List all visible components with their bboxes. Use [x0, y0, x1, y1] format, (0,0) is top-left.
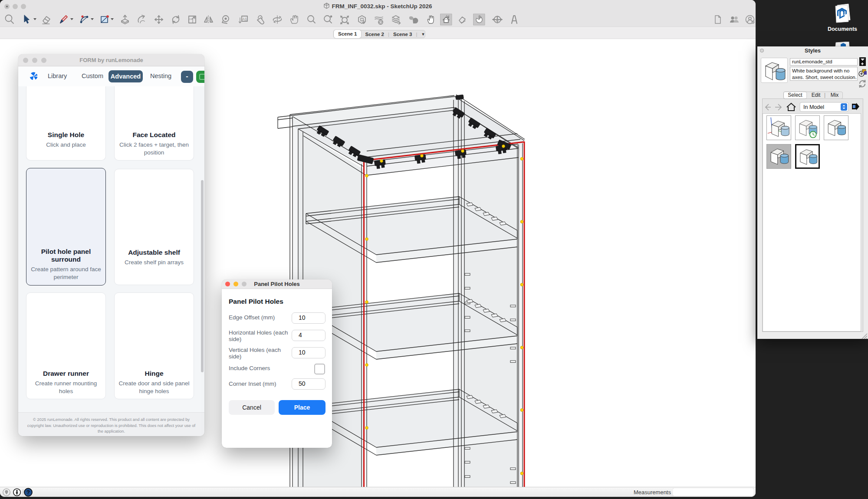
svg-text:A1: A1 [242, 17, 247, 21]
svg-text:C: C [496, 16, 498, 19]
svg-text:In Model: In Model [803, 104, 824, 110]
svg-text:AG: AG [496, 20, 499, 22]
svg-text:?: ? [26, 489, 30, 496]
